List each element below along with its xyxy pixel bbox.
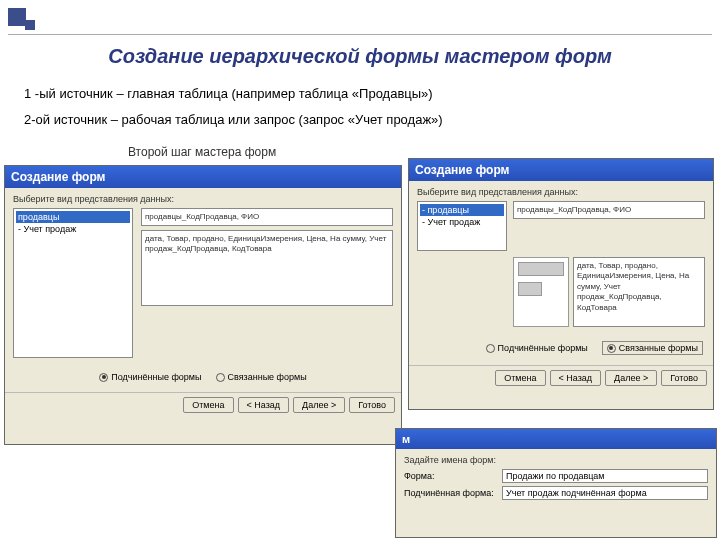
dialog-form-names: м Задайте имена форм: Форма: Продажи по …	[395, 428, 717, 538]
master-fields-box: продавцы_КодПродавца, ФИО	[141, 208, 393, 226]
next-button[interactable]: Далее >	[293, 397, 345, 413]
prompt-label: Задайте имена форм:	[404, 455, 708, 465]
detail-fields-box: дата, Товар, продано, ЕдиницаИзмерения, …	[141, 230, 393, 306]
slide-title: Создание иерархической формы мастером фо…	[0, 45, 720, 68]
form-preview	[513, 257, 569, 327]
subtitle-line-2: 2-ой источник – рабочая таблица или запр…	[24, 112, 443, 127]
list-item[interactable]: - Учет продаж	[420, 216, 504, 228]
detail-fields-box: дата, Товар, продано, ЕдиницаИзмерения, …	[573, 257, 705, 327]
radio-subforms[interactable]: Подчинённые формы	[99, 372, 201, 382]
radio-linked[interactable]: Связанные формы	[216, 372, 307, 382]
next-button[interactable]: Далее >	[605, 370, 657, 386]
radio-subforms[interactable]: Подчинённые формы	[486, 341, 588, 355]
done-button[interactable]: Готово	[661, 370, 707, 386]
prompt-label: Выберите вид представления данных:	[417, 187, 705, 197]
list-item[interactable]: - продавцы	[420, 204, 504, 216]
list-item[interactable]: - Учет продаж	[16, 223, 130, 235]
radio-label: Связанные формы	[619, 343, 698, 353]
source-listbox[interactable]: продавцы - Учет продаж	[13, 208, 133, 358]
list-item[interactable]: продавцы	[16, 211, 130, 223]
radio-label: Связанные формы	[228, 372, 307, 382]
master-fields-box: продавцы_КодПродавца, ФИО	[513, 201, 705, 219]
dialog-titlebar: Создание форм	[5, 166, 401, 188]
dialog-create-forms-left: Создание форм Выберите вид представления…	[4, 165, 402, 445]
radio-label: Подчинённые формы	[498, 343, 588, 353]
source-listbox[interactable]: - продавцы - Учет продаж	[417, 201, 507, 251]
caption-step2: Второй шаг мастера форм	[128, 145, 276, 159]
dialog-titlebar: м	[396, 429, 716, 449]
form-name-label: Форма:	[404, 471, 496, 481]
radio-linked[interactable]: Связанные формы	[602, 341, 703, 355]
subtitle-line-1: 1 -ый источник – главная таблица (наприм…	[24, 86, 433, 101]
prompt-label: Выберите вид представления данных:	[13, 194, 393, 204]
deco-square-small	[25, 20, 35, 30]
radio-label: Подчинённые формы	[111, 372, 201, 382]
subform-name-label: Подчинённая форма:	[404, 488, 496, 498]
back-button[interactable]: < Назад	[238, 397, 290, 413]
subform-name-input[interactable]: Учет продаж подчинённая форма	[502, 486, 708, 500]
header-divider	[8, 34, 712, 35]
dialog-titlebar: Создание форм	[409, 159, 713, 181]
cancel-button[interactable]: Отмена	[183, 397, 233, 413]
deco-square-large	[8, 8, 26, 26]
done-button[interactable]: Готово	[349, 397, 395, 413]
cancel-button[interactable]: Отмена	[495, 370, 545, 386]
back-button[interactable]: < Назад	[550, 370, 602, 386]
dialog-create-forms-right: Создание форм Выберите вид представления…	[408, 158, 714, 410]
form-name-input[interactable]: Продажи по продавцам	[502, 469, 708, 483]
